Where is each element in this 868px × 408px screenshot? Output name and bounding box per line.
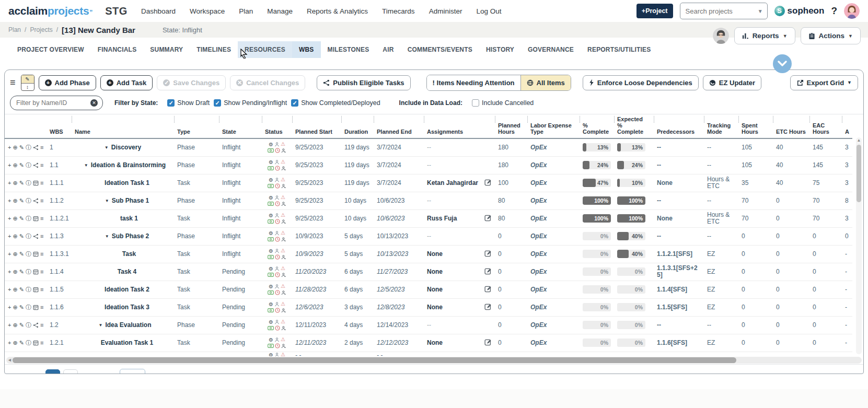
warning-icon[interactable]: ⚠ bbox=[281, 337, 285, 342]
info-icon[interactable]: ⓘ bbox=[26, 215, 31, 222]
filter-checkbox-show-draft[interactable]: ✓ Show Draft bbox=[167, 99, 210, 107]
warning-icon[interactable]: ⚠ bbox=[281, 248, 285, 253]
add-circle-icon[interactable]: ⊕ bbox=[13, 162, 17, 169]
info-icon[interactable]: ⓘ bbox=[26, 162, 31, 169]
table-row-wbs-1.2[interactable]: + ⊕ ✎ ⓘ ≡ 1.2 ▼ Idea Evaluation Phase Pe… bbox=[5, 316, 852, 334]
table-row-wbs-1[interactable]: + ⊕ ✎ ⓘ ≡ 1 ▼ Discovery Phase Inflight ⚙… bbox=[5, 138, 852, 156]
collapse-caret-icon[interactable]: ▼ bbox=[105, 233, 109, 240]
nav-item-reports-analytics[interactable]: Reports & Analytics bbox=[307, 7, 368, 15]
row-menu-icon[interactable]: ≡ bbox=[40, 304, 43, 311]
column-header-tracking[interactable]: Tracking Mode bbox=[704, 114, 738, 138]
gear-icon[interactable]: ⚙ bbox=[269, 177, 273, 183]
chevron-down-icon[interactable]: ▼ bbox=[758, 8, 763, 14]
add-phase-button[interactable]: +Add Phase bbox=[39, 75, 96, 90]
add-circle-icon[interactable]: ⊕ bbox=[13, 286, 17, 293]
nav-item-timecards[interactable]: Timecards bbox=[382, 7, 415, 15]
horizontal-scrollbar-thumb[interactable] bbox=[13, 357, 736, 363]
tab-governance[interactable]: GOVERNANCE bbox=[521, 41, 581, 58]
table-row-wbs-1.1.1[interactable]: + ⊕ ✎ ⓘ ≡ 1.1.1 Ideation Task 1 Task Inf… bbox=[5, 174, 852, 192]
page-size-select[interactable]: 50 ▼ bbox=[120, 369, 145, 374]
collapse-caret-icon[interactable]: ▼ bbox=[99, 322, 103, 329]
first-page-button[interactable]: |◄ bbox=[12, 370, 26, 374]
info-icon[interactable]: ⓘ bbox=[26, 180, 31, 186]
pencil-icon[interactable]: ✎ bbox=[19, 286, 24, 293]
tab-air[interactable]: AIR bbox=[376, 41, 400, 58]
pencil-icon[interactable]: ✎ bbox=[19, 233, 24, 240]
collapse-caret-icon[interactable]: ▼ bbox=[105, 197, 109, 204]
tab-history[interactable]: HISTORY bbox=[479, 41, 521, 58]
scroll-up-arrow[interactable]: ▲ bbox=[856, 138, 862, 143]
nav-item-administer[interactable]: Administer bbox=[429, 7, 462, 15]
vertical-scrollbar-thumb[interactable] bbox=[857, 145, 861, 202]
gear-icon[interactable]: ⚙ bbox=[269, 265, 273, 272]
resize-icon[interactable]: ↕ bbox=[21, 84, 34, 90]
project-owner-avatar[interactable] bbox=[713, 28, 729, 44]
enforce-loose-dependencies-button[interactable]: Enforce Loose Dependencies bbox=[583, 75, 699, 90]
info-icon[interactable]: ⓘ bbox=[26, 269, 31, 275]
tab-project-overview[interactable]: PROJECT OVERVIEW bbox=[10, 41, 91, 58]
help-icon[interactable]: ? bbox=[831, 5, 837, 17]
collapse-caret-icon[interactable]: ▼ bbox=[105, 144, 109, 151]
add-icon[interactable]: + bbox=[8, 304, 11, 311]
gear-icon[interactable]: ⚙ bbox=[269, 336, 273, 343]
edit-assignment-button[interactable] bbox=[484, 339, 492, 347]
edit-assignment-icon[interactable] bbox=[484, 250, 492, 257]
collapse-caret-icon[interactable]: ▼ bbox=[84, 162, 88, 169]
add-icon[interactable]: + bbox=[8, 340, 11, 346]
vertical-scrollbar[interactable]: ▲ bbox=[856, 137, 862, 354]
add-icon[interactable]: + bbox=[8, 180, 11, 186]
share-icon[interactable] bbox=[33, 322, 39, 328]
export-grid-button[interactable]: Export Grid▼ bbox=[790, 75, 858, 90]
info-icon[interactable]: ⓘ bbox=[26, 197, 31, 204]
info-icon[interactable]: ⓘ bbox=[26, 340, 31, 346]
pencil-icon[interactable]: ✎ bbox=[19, 340, 24, 346]
column-header-state[interactable]: State bbox=[219, 114, 262, 138]
gear-icon[interactable]: ⚙ bbox=[269, 319, 273, 325]
scroll-left-arrow[interactable]: ◄ bbox=[7, 357, 12, 364]
edit-assignment-icon[interactable] bbox=[484, 267, 492, 275]
add-icon[interactable]: + bbox=[8, 144, 11, 151]
table-row-wbs-1.1.3.1[interactable]: + ⊕ ✎ ⓘ ≡ 1.1.3.1 Task Task Inflight ⚙⚠ … bbox=[5, 245, 852, 263]
add-circle-icon[interactable]: ⊕ bbox=[13, 322, 17, 329]
nav-item-log-out[interactable]: Log Out bbox=[476, 7, 501, 15]
pencil-icon[interactable]: ✎ bbox=[19, 215, 24, 222]
pencil-icon[interactable]: ✎ bbox=[19, 304, 24, 311]
edit-assignment-icon[interactable] bbox=[484, 179, 492, 186]
reports-button[interactable]: Reports▼ bbox=[734, 27, 795, 44]
gear-icon[interactable]: ⚙ bbox=[269, 301, 273, 308]
row-menu-icon[interactable]: ≡ bbox=[40, 340, 43, 346]
name-filter-input[interactable] bbox=[15, 99, 90, 107]
table-row-wbs-1.1.4[interactable]: + ⊕ ✎ ⓘ ≡ 1.1.4 Task 4 Task Pending ⚙⚠ 1… bbox=[5, 263, 852, 281]
publish-eligible-tasks-button[interactable]: Publish Eligible Tasks bbox=[317, 75, 410, 90]
items-needing-attention-button[interactable]: ! Items Needing Attention bbox=[427, 75, 520, 90]
row-menu-icon[interactable]: ≡ bbox=[40, 269, 43, 275]
checkbox-checked-icon[interactable]: ✓ bbox=[291, 99, 298, 107]
share-icon[interactable] bbox=[33, 198, 39, 204]
column-header-labor-expense[interactable]: Labor Expense Type bbox=[527, 114, 580, 138]
column-header-duration[interactable]: Duration bbox=[341, 114, 374, 138]
details-icon[interactable] bbox=[33, 180, 39, 186]
table-row-wbs-1.1.2[interactable]: + ⊕ ✎ ⓘ ≡ 1.1.2 ▼ Sub Phase 1 Phase Infl… bbox=[5, 192, 852, 209]
edit-assignment-button[interactable] bbox=[484, 179, 492, 188]
cancel-changes-button[interactable]: ✕Cancel Changes bbox=[230, 75, 305, 90]
pencil-icon[interactable]: ✎ bbox=[19, 197, 24, 204]
gear-icon[interactable]: ⚙ bbox=[269, 159, 273, 166]
nav-item-manage[interactable]: Manage bbox=[267, 7, 293, 15]
add-icon[interactable]: + bbox=[8, 286, 11, 293]
pencil-icon[interactable]: ✎ bbox=[19, 144, 24, 151]
search-input[interactable] bbox=[685, 7, 758, 16]
warning-icon[interactable]: ⚠ bbox=[281, 142, 285, 147]
breadcrumb-projects[interactable]: Projects bbox=[30, 26, 52, 33]
row-menu-icon[interactable]: ≡ bbox=[40, 144, 43, 151]
add-circle-icon[interactable]: ⊕ bbox=[13, 180, 17, 186]
add-circle-icon[interactable]: ⊕ bbox=[13, 144, 17, 151]
warning-icon[interactable]: ⚠ bbox=[281, 213, 285, 218]
checkbox-checked-icon[interactable]: ✓ bbox=[214, 99, 221, 107]
row-menu-icon[interactable]: ≡ bbox=[40, 162, 43, 169]
add-icon[interactable]: + bbox=[8, 269, 11, 275]
warning-icon[interactable]: ⚠ bbox=[281, 195, 285, 200]
add-icon[interactable]: + bbox=[8, 162, 11, 169]
refresh-icon[interactable]: ↻ bbox=[849, 372, 856, 375]
pencil-icon[interactable]: ✎ bbox=[19, 251, 24, 258]
column-header-etc-hours[interactable]: ETC Hours bbox=[773, 114, 809, 138]
